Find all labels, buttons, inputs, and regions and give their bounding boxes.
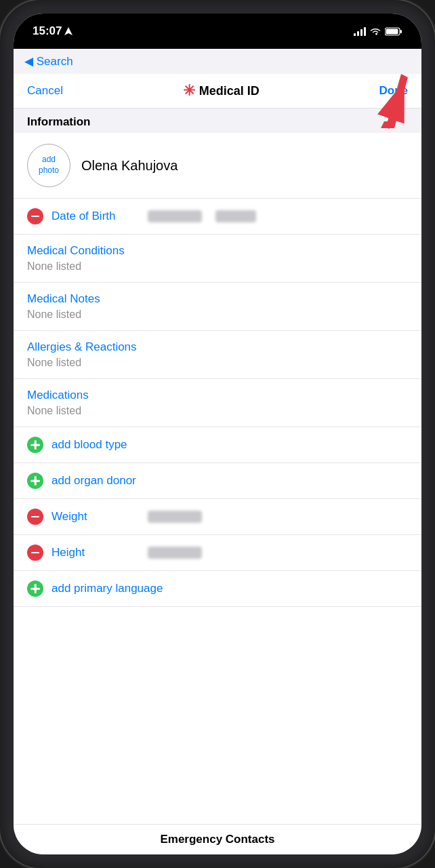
svg-rect-1 <box>354 33 356 36</box>
medical-notes-label: Medical Notes <box>27 292 408 306</box>
done-button[interactable]: Done <box>379 84 408 98</box>
remove-height-button[interactable] <box>27 545 43 561</box>
section-header: Information <box>14 108 421 133</box>
battery-icon <box>385 27 402 36</box>
back-nav-label[interactable]: ◀ Search <box>24 54 73 68</box>
content-scroll[interactable]: add photo Date of Birth Medical Conditio… <box>14 133 421 824</box>
medical-conditions-value: None listed <box>27 260 408 273</box>
status-time: 15:07 <box>33 24 72 38</box>
add-blood-type-button[interactable] <box>27 437 43 453</box>
section-header-text: Information <box>27 115 91 128</box>
add-photo-button[interactable]: add photo <box>27 144 70 187</box>
svg-rect-2 <box>357 31 359 36</box>
add-primary-language-row[interactable]: add primary language <box>14 571 421 607</box>
signal-icon <box>354 27 366 36</box>
plus-icon-3 <box>30 584 40 593</box>
date-of-birth-row[interactable]: Date of Birth <box>14 199 421 235</box>
allergies-label: Allergies & Reactions <box>27 340 408 354</box>
svg-rect-4 <box>364 27 366 36</box>
wifi-icon <box>370 27 381 35</box>
remove-weight-button[interactable] <box>27 509 43 525</box>
screen: 15:07 <box>14 14 421 854</box>
dob-value-blurred <box>148 210 202 222</box>
add-organ-donor-button[interactable] <box>27 473 43 489</box>
location-icon <box>64 27 72 35</box>
weight-value-blurred <box>148 511 202 523</box>
status-icons <box>354 27 402 36</box>
add-photo-label: add photo <box>39 155 59 176</box>
primary-language-label: add primary language <box>51 582 163 595</box>
weight-row[interactable]: Weight <box>14 499 421 535</box>
medical-conditions-label: Medical Conditions <box>27 244 408 258</box>
nav-bar: Cancel ✳ Medical ID Done <box>14 74 421 108</box>
add-organ-donor-row[interactable]: add organ donor <box>14 463 421 499</box>
medications-value: None listed <box>27 405 408 417</box>
svg-rect-7 <box>386 28 398 34</box>
emergency-contacts-bar[interactable]: Emergency Contacts <box>14 824 421 854</box>
medications-label: Medications <box>27 389 408 402</box>
phone-frame: 15:07 <box>0 0 435 868</box>
back-nav[interactable]: ◀ Search <box>14 49 421 74</box>
nav-title: ✳ Medical ID <box>183 82 260 100</box>
dob-value-blurred2 <box>215 210 256 222</box>
medical-notes-row[interactable]: Medical Notes None listed <box>14 283 421 331</box>
height-label: Height <box>51 546 140 559</box>
plus-icon <box>30 440 40 450</box>
svg-rect-3 <box>360 29 362 36</box>
name-input[interactable] <box>81 158 408 174</box>
status-bar: 15:07 <box>14 14 421 49</box>
dynamic-island <box>177 23 258 46</box>
svg-rect-6 <box>400 30 402 33</box>
weight-label: Weight <box>51 510 140 524</box>
height-row[interactable]: Height <box>14 535 421 571</box>
organ-donor-label: add organ donor <box>51 474 140 488</box>
nav-title-text: Medical ID <box>199 84 260 98</box>
add-blood-type-row[interactable]: add blood type <box>14 427 421 463</box>
allergies-value: None listed <box>27 357 408 369</box>
add-language-button[interactable] <box>27 580 43 597</box>
remove-dob-button[interactable] <box>27 208 43 224</box>
medications-row[interactable]: Medications None listed <box>14 379 421 427</box>
dob-label: Date of Birth <box>51 210 140 223</box>
asterisk-icon: ✳ <box>183 82 195 100</box>
height-value-blurred <box>148 547 202 559</box>
medical-conditions-row[interactable]: Medical Conditions None listed <box>14 235 421 283</box>
blood-type-label: add blood type <box>51 438 140 452</box>
plus-icon-2 <box>30 476 40 486</box>
profile-row: add photo <box>14 133 421 199</box>
emergency-contacts-label: Emergency Contacts <box>160 833 274 846</box>
cancel-button[interactable]: Cancel <box>27 84 63 98</box>
svg-marker-0 <box>64 27 72 35</box>
medical-notes-value: None listed <box>27 309 408 321</box>
time-label: 15:07 <box>33 24 62 38</box>
allergies-row[interactable]: Allergies & Reactions None listed <box>14 331 421 379</box>
